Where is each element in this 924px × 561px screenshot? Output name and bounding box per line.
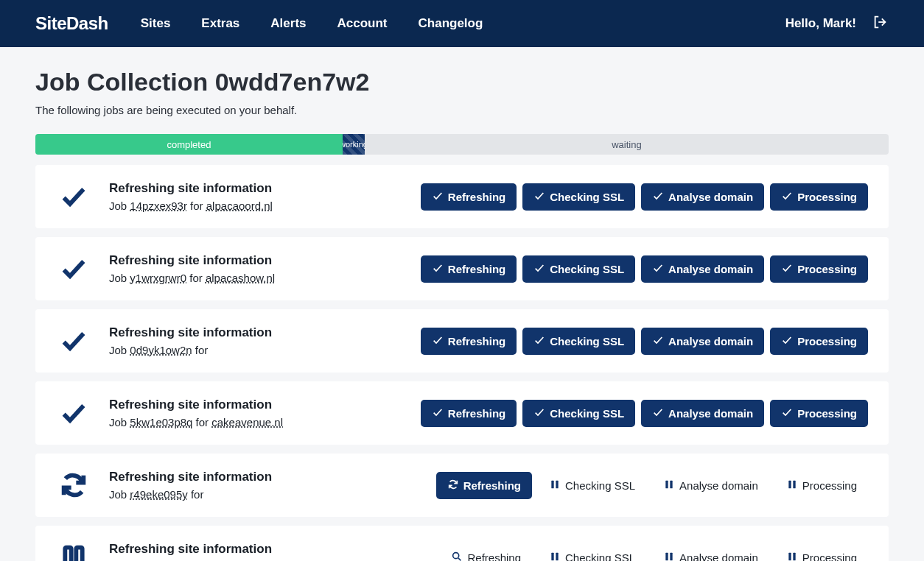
svg-rect-2: [665, 480, 668, 488]
job-status-done-icon: [52, 398, 96, 428]
step-processing-pill[interactable]: Processing: [770, 255, 868, 283]
job-info: Refreshing site informationJob 0d9yk1ow2…: [109, 325, 367, 356]
job-meta: Job r49eke095y for: [109, 488, 367, 501]
step-analyse_domain-pill[interactable]: Analyse domain: [641, 400, 764, 427]
svg-rect-11: [665, 552, 668, 560]
step-label: Analyse domain: [668, 335, 753, 347]
check-icon: [533, 262, 545, 276]
step-analyse_domain-pill[interactable]: Analyse domain: [641, 183, 764, 211]
step-checking_ssl-pill[interactable]: Checking SSL: [522, 255, 635, 283]
job-list: Refreshing site informationJob 14pzxex93…: [35, 165, 889, 561]
svg-rect-0: [551, 480, 553, 488]
job-card: Refreshing site informationJob 14pzxex93…: [35, 165, 889, 228]
step-label: Refreshing: [448, 335, 505, 347]
job-title: Refreshing site information: [109, 542, 367, 557]
job-status-done-icon: [52, 326, 96, 356]
step-label: Checking SSL: [550, 335, 624, 347]
step-analyse_domain-pill[interactable]: Analyse domain: [641, 255, 764, 283]
job-id-link[interactable]: y1wrxgrwr0: [130, 272, 186, 284]
job-info: Refreshing site informationJob y1wrxgrwr…: [109, 253, 367, 284]
greeting: Hello, Mark!: [785, 16, 856, 31]
step-label: Processing: [797, 335, 857, 347]
job-title: Refreshing site information: [109, 325, 367, 340]
step-refreshing-pill[interactable]: Refreshing: [421, 400, 517, 427]
step-pill-row: RefreshingChecking SSLAnalyse domainProc…: [421, 400, 868, 427]
step-checking_ssl-pill[interactable]: Checking SSL: [522, 183, 635, 211]
step-label: Processing: [802, 551, 857, 562]
step-refreshing-pill[interactable]: Refreshing: [421, 183, 517, 211]
step-pill-row: RefreshingChecking SSLAnalyse domainProc…: [421, 183, 868, 211]
svg-rect-5: [793, 480, 795, 488]
check-icon: [781, 190, 793, 204]
svg-rect-3: [670, 480, 672, 488]
job-info: Refreshing site informationJob 5kw1e03p8…: [109, 398, 367, 428]
svg-rect-12: [670, 552, 672, 560]
step-refreshing-pill[interactable]: Refreshing: [436, 472, 532, 499]
step-analyse_domain-pill[interactable]: Analyse domain: [652, 472, 769, 499]
nav-alerts[interactable]: Alerts: [270, 16, 306, 31]
step-checking_ssl-pill[interactable]: Checking SSL: [538, 544, 646, 562]
job-title: Refreshing site information: [109, 470, 367, 484]
step-label: Checking SSL: [550, 263, 624, 275]
step-label: Refreshing: [463, 479, 521, 492]
nav-sites[interactable]: Sites: [141, 16, 171, 31]
step-label: Analyse domain: [679, 551, 758, 562]
svg-rect-9: [551, 552, 553, 560]
step-refreshing-pill[interactable]: Refreshing: [421, 255, 517, 283]
job-card: Refreshing site informationJob 5kw1e03p8…: [35, 381, 889, 445]
job-status-running-icon: [52, 470, 96, 500]
brand-logo[interactable]: SiteDash: [35, 13, 108, 34]
svg-rect-1: [556, 480, 558, 488]
job-id-link[interactable]: r49eke095y: [130, 488, 187, 501]
step-pill-row: RefreshingChecking SSLAnalyse domainProc…: [440, 544, 868, 562]
progress-working: working: [343, 134, 365, 155]
page-subtitle: The following jobs are being executed on…: [35, 104, 889, 116]
job-id-link[interactable]: 14pzxex93r: [130, 200, 187, 212]
refresh-icon: [447, 479, 459, 493]
job-meta: Job 0d9yk1ow2n for: [109, 344, 367, 356]
job-id-link[interactable]: 5kw1e03p8q: [130, 416, 192, 428]
job-card: Refreshing site informationJob 0d9yk1ow2…: [35, 309, 889, 373]
step-label: Analyse domain: [668, 407, 753, 420]
job-site-link[interactable]: alpacashow.nl: [206, 272, 275, 284]
job-id-link[interactable]: 0d9yk1ow2n: [130, 344, 192, 356]
nav-changelog[interactable]: Changelog: [419, 16, 483, 31]
step-refreshing-pill[interactable]: Refreshing: [421, 328, 517, 355]
step-analyse_domain-pill[interactable]: Analyse domain: [641, 328, 764, 355]
step-processing-pill[interactable]: Processing: [770, 183, 868, 211]
job-status-done-icon: [52, 254, 96, 283]
check-icon: [652, 190, 664, 204]
job-card: Refreshing site informationJob y1wrxgrwr…: [35, 237, 889, 300]
step-checking_ssl-pill[interactable]: Checking SSL: [522, 328, 635, 355]
check-icon: [432, 262, 444, 276]
svg-rect-6: [65, 548, 71, 561]
step-processing-pill[interactable]: Processing: [775, 472, 868, 499]
step-checking_ssl-pill[interactable]: Checking SSL: [538, 472, 646, 499]
step-checking_ssl-pill[interactable]: Checking SSL: [522, 400, 635, 427]
check-icon: [432, 334, 444, 348]
nav-extras[interactable]: Extras: [201, 16, 239, 31]
step-analyse_domain-pill[interactable]: Analyse domain: [652, 544, 769, 562]
check-icon: [652, 406, 664, 420]
top-nav: SiteDash Sites Extras Alerts Account Cha…: [0, 0, 924, 47]
step-refreshing-pill[interactable]: Refreshing: [440, 544, 532, 562]
step-label: Refreshing: [448, 407, 505, 420]
job-site-link[interactable]: alpacaoord.nl: [206, 200, 273, 212]
check-icon: [533, 406, 545, 420]
step-label: Checking SSL: [565, 479, 635, 492]
step-processing-pill[interactable]: Processing: [775, 544, 868, 562]
step-label: Checking SSL: [550, 191, 624, 203]
step-pill-row: RefreshingChecking SSLAnalyse domainProc…: [421, 328, 868, 355]
logout-icon[interactable]: [872, 14, 889, 33]
svg-rect-7: [76, 548, 82, 561]
step-label: Processing: [797, 191, 857, 203]
step-label: Refreshing: [467, 551, 521, 562]
step-processing-pill[interactable]: Processing: [770, 400, 868, 427]
job-info: Refreshing site informationJob 14pzxex93…: [109, 181, 367, 212]
progress-waiting: waiting: [365, 134, 889, 155]
step-processing-pill[interactable]: Processing: [770, 328, 868, 355]
nav-account[interactable]: Account: [337, 16, 388, 31]
job-site-link[interactable]: cakeavenue.nl: [211, 416, 283, 428]
step-label: Refreshing: [448, 191, 505, 203]
job-info: Refreshing site informationJob r49eke095…: [109, 470, 367, 501]
